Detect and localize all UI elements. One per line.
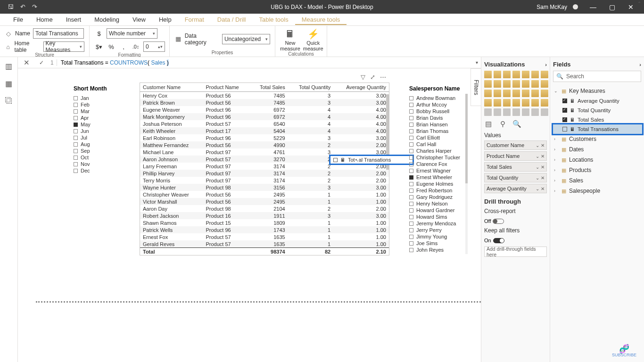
checkbox-icon[interactable] <box>562 127 567 132</box>
visual-type-icon[interactable] <box>484 90 492 97</box>
column-header[interactable]: Customer Name <box>140 83 203 92</box>
month-option[interactable]: May <box>74 121 107 128</box>
remove-icon[interactable]: ✕ <box>541 175 545 181</box>
column-header[interactable]: Average Quantity <box>333 83 389 92</box>
visual-type-icon[interactable] <box>531 90 539 97</box>
column-header[interactable]: Product Name <box>203 83 250 92</box>
visual-type-icon[interactable] <box>522 71 529 78</box>
visual-type-icon[interactable] <box>531 99 539 107</box>
field-well[interactable]: Total Quantity⌄✕ <box>484 173 547 182</box>
more-icon[interactable]: ⋯ <box>380 74 386 81</box>
menu-insert[interactable]: Insert <box>59 14 88 25</box>
visual-type-icon[interactable] <box>494 80 501 88</box>
name-input[interactable]: Total Transations <box>33 28 84 39</box>
collapse-ribbon-icon[interactable]: ⌃ <box>637 1 641 6</box>
visual-type-icon[interactable] <box>541 108 548 116</box>
menu-measuretools[interactable]: Measure tools <box>295 14 347 25</box>
format-tab-icon[interactable]: ⚲ <box>498 120 507 128</box>
redo-icon[interactable]: ↷ <box>32 3 37 10</box>
salesperson-option[interactable]: Bobby Russell <box>409 108 460 115</box>
visual-type-icon[interactable] <box>494 71 501 78</box>
salesperson-option[interactable]: Arthur Mccoy <box>409 101 460 108</box>
table-row[interactable]: Wayne HunterProduct 98315633.00 <box>140 184 389 191</box>
visual-type-icon[interactable] <box>494 99 501 107</box>
visual-type-icon[interactable] <box>522 99 529 107</box>
visual-gallery[interactable] <box>484 71 547 116</box>
table-row[interactable]: Patrick WellsProduct 96174311.00 <box>140 226 389 233</box>
checkbox-icon[interactable] <box>562 108 567 113</box>
visual-type-icon[interactable] <box>512 71 520 78</box>
column-header[interactable]: Total Quantity <box>288 83 333 92</box>
visual-type-icon[interactable] <box>512 99 520 107</box>
visual-type-icon[interactable] <box>541 71 548 78</box>
percent-button[interactable]: % <box>107 42 116 51</box>
salesperson-option[interactable]: Carl Hall <box>409 141 460 148</box>
search-input[interactable]: 🔍Search <box>553 71 641 82</box>
expand-formula-icon[interactable]: ▾ <box>476 60 478 65</box>
fields-tab-icon[interactable]: ▤ <box>484 120 493 128</box>
minimize-icon[interactable]: — <box>584 0 603 14</box>
salesperson-option[interactable]: Brian Hansen <box>409 121 460 128</box>
checkbox-icon[interactable] <box>562 99 567 103</box>
visual-type-icon[interactable] <box>531 80 539 88</box>
table-scrollbar[interactable] <box>386 92 389 248</box>
salesperson-option[interactable]: Henry Nelson <box>409 200 460 207</box>
visual-type-icon[interactable] <box>512 108 520 116</box>
remove-icon[interactable]: ✕ <box>541 154 545 159</box>
table-node[interactable]: ›▦Dates <box>553 144 644 155</box>
measure-field[interactable]: 🖩Total Transations <box>553 124 642 134</box>
salesperson-option[interactable]: John Reyes <box>409 247 460 253</box>
visual-type-icon[interactable] <box>541 99 548 107</box>
visual-type-icon[interactable] <box>484 99 492 107</box>
avatar[interactable] <box>573 4 578 9</box>
filter-icon[interactable]: ▽ <box>361 74 365 81</box>
measure-field[interactable]: 🖩Total Sales <box>553 115 644 124</box>
visual-type-icon[interactable] <box>512 80 520 88</box>
field-well[interactable]: Customer Name⌄✕ <box>484 140 547 150</box>
measure-field[interactable]: 🖩Average Quantity <box>553 96 644 106</box>
cross-report-toggle[interactable]: Off <box>484 218 504 224</box>
table-node[interactable]: ›▦Salespeople <box>553 186 644 196</box>
slicer-scrollbar[interactable] <box>465 94 468 254</box>
comma-button[interactable]: , <box>119 42 128 51</box>
salesperson-option[interactable]: Howard Sims <box>409 214 460 220</box>
visual-type-icon[interactable] <box>512 90 520 97</box>
column-header[interactable]: Total Sales <box>250 83 288 92</box>
table-row[interactable]: Shawn RamosProduct 15180911.00 <box>140 219 389 226</box>
salesperson-option[interactable]: Carl Elliott <box>409 134 460 141</box>
month-option[interactable]: Feb <box>74 101 107 108</box>
table-row[interactable]: Phillip HarveyProduct 97317422.00 <box>140 170 389 177</box>
month-option[interactable]: Jun <box>74 128 107 134</box>
salesperson-option[interactable]: Jimmy Young <box>409 233 460 240</box>
salesperson-option[interactable]: Howard Gardner <box>409 207 460 214</box>
data-view-icon[interactable]: ▦ <box>5 79 12 88</box>
remove-icon[interactable]: ✕ <box>541 143 545 148</box>
table-node[interactable]: ⌄▦Key Measures <box>553 86 644 96</box>
salesperson-option[interactable]: Andrew Bowman <box>409 95 460 101</box>
table-node[interactable]: ›▦Customers <box>553 134 644 144</box>
table-row[interactable]: Mark MontgomeryProduct 96697244.00 <box>140 113 389 120</box>
visual-type-icon[interactable] <box>531 108 539 116</box>
salesperson-option[interactable]: Ernest Wagner <box>409 167 460 174</box>
salesperson-option[interactable]: Clarence Fox <box>409 161 460 167</box>
table-node[interactable]: ›▦Sales <box>553 175 644 186</box>
focus-icon[interactable]: ⤢ <box>370 74 375 81</box>
salesperson-option[interactable]: Jeremy Mendoza <box>409 220 460 227</box>
chevron-down-icon[interactable]: ⌄ <box>536 154 539 159</box>
table-row[interactable]: Eugene WeaverProduct 96697244.00 <box>140 106 389 113</box>
visual-type-icon[interactable] <box>531 71 539 78</box>
salesperson-option[interactable]: Gary Rodriguez <box>409 194 460 200</box>
salesperson-option[interactable]: Christopher Tucker <box>409 154 460 161</box>
datacat-select[interactable]: Uncategorized▾ <box>222 34 270 44</box>
table-row[interactable]: Matthew FernandezProduct 56499022.00 <box>140 141 389 148</box>
commit-icon[interactable]: ✓ <box>36 59 47 66</box>
salesperson-option[interactable]: Jerry Perry <box>409 227 460 233</box>
formula-code[interactable]: Total Transations = COUNTROWS( Sales ) <box>61 59 472 66</box>
visual-type-icon[interactable] <box>503 71 511 78</box>
chevron-down-icon[interactable]: ⌄ <box>536 165 539 170</box>
month-slicer[interactable]: Short Month JanFebMarAprMayJunJulAugSepO… <box>74 85 107 174</box>
visual-type-icon[interactable] <box>503 90 511 97</box>
chevron-down-icon[interactable]: ⌄ <box>536 186 539 191</box>
visual-type-icon[interactable] <box>503 99 511 107</box>
collapse-icon[interactable]: › <box>545 62 547 67</box>
